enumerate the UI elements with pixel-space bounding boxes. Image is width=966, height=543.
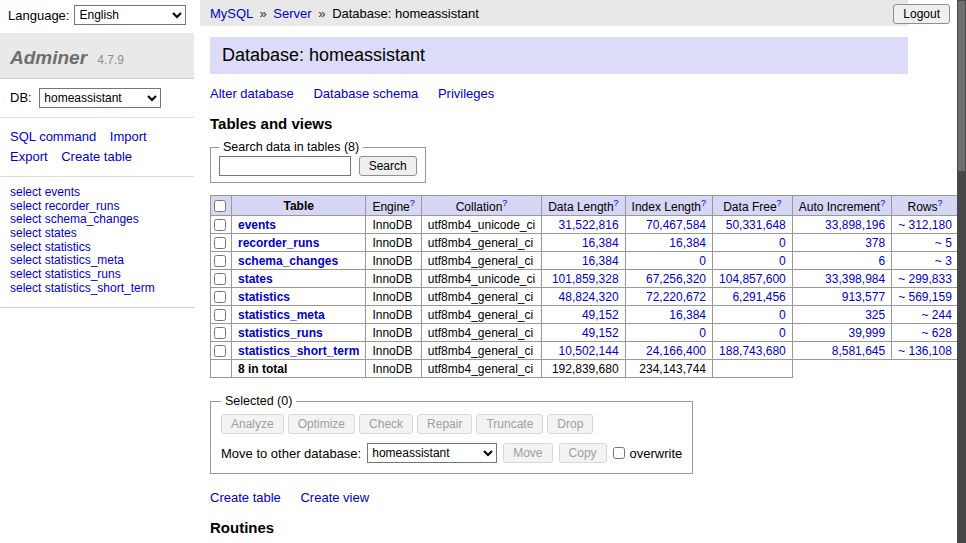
data-length-link[interactable]: 48,824,320 xyxy=(559,290,619,304)
column-help-link[interactable]: ? xyxy=(502,200,507,214)
data-length-link[interactable]: 16,384 xyxy=(582,236,619,250)
data-free-link[interactable]: 0 xyxy=(779,254,786,268)
table-name-link[interactable]: statistics_runs xyxy=(238,326,323,340)
search-input[interactable] xyxy=(219,156,351,176)
window-scrollbar[interactable] xyxy=(957,0,966,543)
auto-increment-link[interactable]: 325 xyxy=(865,308,885,322)
row-checkbox[interactable] xyxy=(214,255,226,267)
optimize-button[interactable]: Optimize xyxy=(288,414,355,434)
data-length-link[interactable]: 101,859,328 xyxy=(552,272,619,286)
sidebar-select-table-link[interactable]: select statistics xyxy=(10,240,184,254)
export-link[interactable]: Export xyxy=(10,149,48,164)
index-length-link[interactable]: 0 xyxy=(699,254,706,268)
table-name-link[interactable]: recorder_runs xyxy=(238,236,319,250)
auto-increment-link[interactable]: 913,577 xyxy=(842,290,885,304)
data-free-link[interactable]: 0 xyxy=(779,326,786,340)
rows-count-link[interactable]: ~ 312,180 xyxy=(898,218,952,232)
sidebar-select-table-link[interactable]: select statistics_meta xyxy=(10,254,184,268)
table-name-link[interactable]: statistics_meta xyxy=(238,308,325,322)
row-checkbox[interactable] xyxy=(214,219,226,231)
row-checkbox[interactable] xyxy=(214,237,226,249)
column-help-link[interactable]: ? xyxy=(938,200,943,214)
sidebar-select-table-link[interactable]: select recorder_runs xyxy=(10,199,184,213)
data-free-link[interactable]: 0 xyxy=(779,236,786,250)
logout-button[interactable]: Logout xyxy=(893,4,950,24)
rows-count-link[interactable]: ~ 299,833 xyxy=(898,272,952,286)
move-button[interactable]: Move xyxy=(503,443,552,463)
data-length-link[interactable]: 49,152 xyxy=(582,326,619,340)
column-help-link[interactable]: ? xyxy=(880,200,885,214)
table-name-link[interactable]: states xyxy=(238,272,273,286)
drop-button[interactable]: Drop xyxy=(547,414,593,434)
index-length-link[interactable]: 72,220,672 xyxy=(646,290,706,304)
column-help-link[interactable]: ? xyxy=(410,200,415,214)
rows-count-link[interactable]: ~ 628 xyxy=(922,326,952,340)
index-length-link[interactable]: 70,467,584 xyxy=(646,218,706,232)
scrollbar-thumb[interactable] xyxy=(958,1,965,171)
index-length-link[interactable]: 16,384 xyxy=(669,236,706,250)
data-free-link[interactable]: 0 xyxy=(779,308,786,322)
data-length-link[interactable]: 10,502,144 xyxy=(559,344,619,358)
database-schema-link[interactable]: Database schema xyxy=(313,86,418,101)
sidebar-select-table-link[interactable]: select statistics_short_term xyxy=(10,281,184,295)
column-help-link[interactable]: ? xyxy=(701,200,706,214)
analyze-button[interactable]: Analyze xyxy=(221,414,284,434)
import-link[interactable]: Import xyxy=(110,129,147,144)
data-length-link[interactable]: 31,522,816 xyxy=(559,218,619,232)
adminer-logo-link[interactable]: Adminer xyxy=(10,47,87,68)
language-select[interactable]: English xyxy=(74,5,186,25)
table-name-link[interactable]: statistics xyxy=(238,290,290,304)
sidebar-select-table-link[interactable]: select events xyxy=(10,185,184,199)
db-select[interactable]: homeassistant xyxy=(39,88,161,108)
select-all-checkbox[interactable] xyxy=(214,200,226,212)
index-length-link[interactable]: 67,256,320 xyxy=(646,272,706,286)
rows-count-link[interactable]: ~ 3 xyxy=(935,254,952,268)
sql-command-link[interactable]: SQL command xyxy=(10,129,96,144)
table-name-link[interactable]: statistics_short_term xyxy=(238,344,359,358)
breadcrumb-mysql-link[interactable]: MySQL xyxy=(210,6,253,21)
create-table-link[interactable]: Create table xyxy=(210,490,281,505)
sidebar-select-table-link[interactable]: select states xyxy=(10,226,184,240)
index-length-link[interactable]: 16,384 xyxy=(669,308,706,322)
auto-increment-link[interactable]: 33,898,196 xyxy=(825,218,885,232)
rows-count-link[interactable]: ~ 5 xyxy=(935,236,952,250)
rows-count-link[interactable]: ~ 244 xyxy=(922,308,952,322)
row-checkbox[interactable] xyxy=(214,309,226,321)
sidebar-create-table-link[interactable]: Create table xyxy=(61,149,132,164)
auto-increment-link[interactable]: 6 xyxy=(878,254,885,268)
row-checkbox[interactable] xyxy=(214,327,226,339)
row-checkbox[interactable] xyxy=(214,291,226,303)
sidebar-select-table-link[interactable]: select schema_changes xyxy=(10,213,184,227)
rows-count-link[interactable]: ~ 569,159 xyxy=(898,290,952,304)
table-name-link[interactable]: events xyxy=(238,218,276,232)
data-length-link[interactable]: 49,152 xyxy=(582,308,619,322)
search-button[interactable]: Search xyxy=(359,156,417,176)
rows-count-link[interactable]: ~ 136,108 xyxy=(898,344,952,358)
move-db-select[interactable]: homeassistant xyxy=(367,443,497,463)
auto-increment-link[interactable]: 8,581,645 xyxy=(832,344,885,358)
table-name-link[interactable]: schema_changes xyxy=(238,254,338,268)
data-free-link[interactable]: 104,857,600 xyxy=(719,272,786,286)
alter-database-link[interactable]: Alter database xyxy=(210,86,294,101)
auto-increment-link[interactable]: 378 xyxy=(865,236,885,250)
row-checkbox[interactable] xyxy=(214,345,226,357)
index-length-link[interactable]: 24,166,400 xyxy=(646,344,706,358)
data-free-link[interactable]: 188,743,680 xyxy=(719,344,786,358)
row-checkbox[interactable] xyxy=(214,273,226,285)
check-button[interactable]: Check xyxy=(359,414,413,434)
truncate-button[interactable]: Truncate xyxy=(476,414,543,434)
index-length-link[interactable]: 0 xyxy=(699,326,706,340)
auto-increment-link[interactable]: 33,398,984 xyxy=(825,272,885,286)
auto-increment-link[interactable]: 39,999 xyxy=(848,326,885,340)
sidebar-select-table-link[interactable]: select statistics_runs xyxy=(10,268,184,282)
overwrite-checkbox[interactable] xyxy=(613,447,625,459)
repair-button[interactable]: Repair xyxy=(417,414,472,434)
column-help-link[interactable]: ? xyxy=(614,200,619,214)
breadcrumb-server-link[interactable]: Server xyxy=(273,6,311,21)
column-help-link[interactable]: ? xyxy=(777,200,782,214)
data-length-link[interactable]: 16,384 xyxy=(582,254,619,268)
data-free-link[interactable]: 6,291,456 xyxy=(732,290,785,304)
privileges-link[interactable]: Privileges xyxy=(438,86,494,101)
data-free-link[interactable]: 50,331,648 xyxy=(726,218,786,232)
copy-button[interactable]: Copy xyxy=(559,443,607,463)
